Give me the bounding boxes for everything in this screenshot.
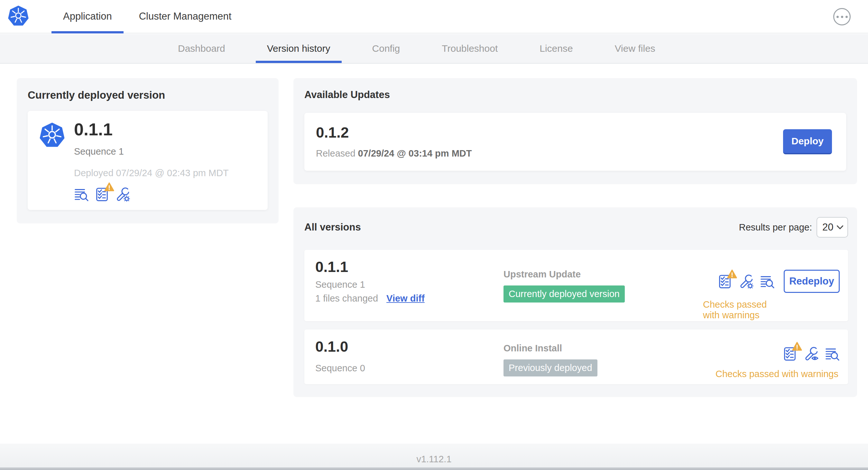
- all-versions-title: All versions: [304, 222, 361, 233]
- update-released-line: Released 07/29/24 @ 03:14 pm MDT: [316, 148, 472, 159]
- tab-license-label: License: [539, 43, 573, 54]
- kubernetes-logo-icon: [39, 123, 65, 148]
- warning-triangle-icon: [792, 342, 802, 351]
- ellipsis-icon: [845, 16, 848, 18]
- deployed-timestamp: Deployed 07/29/24 @ 02:43 pm MDT: [74, 168, 229, 178]
- tab-dashboard[interactable]: Dashboard: [167, 34, 237, 63]
- available-updates-title: Available Updates: [304, 89, 846, 101]
- wrench-gear-icon[interactable]: [115, 187, 130, 202]
- currently-deployed-title: Currently deployed version: [28, 89, 268, 101]
- currently-deployed-badge: Currently deployed version: [503, 286, 625, 303]
- diff-search-icon[interactable]: [825, 346, 840, 361]
- warning-triangle-icon: [104, 182, 114, 192]
- warning-triangle-icon: [104, 182, 114, 192]
- previously-deployed-badge: Previously deployed: [503, 360, 597, 376]
- results-per-page-label: Results per page:: [739, 222, 812, 233]
- row-sequence: Sequence 0: [315, 363, 503, 374]
- tab-version-history[interactable]: Version history: [256, 34, 342, 63]
- currently-deployed-panel: Currently deployed version 0.1.1 Sequenc…: [17, 78, 279, 224]
- window-bottom-edge: [0, 467, 868, 470]
- preflight-status-text[interactable]: Checks passed with warnings: [703, 299, 772, 321]
- preflight-status-text[interactable]: Checks passed with warnings: [715, 369, 838, 379]
- tab-troubleshoot-label: Troubleshoot: [442, 43, 498, 54]
- tab-dashboard-label: Dashboard: [178, 43, 225, 54]
- deployed-version-number: 0.1.1: [74, 121, 229, 138]
- kubernetes-logo: [8, 5, 29, 27]
- results-per-page-value: 20: [822, 222, 833, 233]
- footer: v1.112.1: [0, 444, 868, 470]
- released-label: Released: [316, 148, 355, 159]
- available-update-card: 0.1.2 Released 07/29/24 @ 03:14 pm MDT D…: [304, 113, 846, 171]
- tab-config[interactable]: Config: [361, 34, 411, 63]
- tab-troubleshoot[interactable]: Troubleshoot: [430, 34, 509, 63]
- diff-search-icon[interactable]: [74, 187, 89, 202]
- all-versions-panel: All versions Results per page: 20 0.1.1 …: [293, 207, 857, 397]
- wrench-gear-icon[interactable]: [739, 274, 753, 289]
- tab-version-history-label: Version history: [267, 43, 331, 54]
- version-row-0-1-0: 0.1.0 Sequence 0 Online Install Previous…: [304, 330, 848, 384]
- tab-config-label: Config: [372, 43, 400, 54]
- chevron-down-icon: [836, 225, 843, 230]
- version-row-0-1-1: 0.1.1 Sequence 1 1 files changed View di…: [304, 250, 848, 321]
- released-date: 07/29/24 @ 03:14 pm MDT: [358, 148, 472, 159]
- wrench-eye-icon[interactable]: [804, 346, 818, 361]
- app-subnav: Dashboard Version history Config Trouble…: [0, 34, 868, 64]
- tab-application-label: Application: [63, 11, 112, 22]
- preflight-checklist-icon[interactable]: [95, 187, 110, 202]
- ellipsis-icon: [841, 16, 843, 18]
- preflight-checklist-icon[interactable]: [717, 274, 732, 289]
- warning-triangle-icon: [727, 269, 737, 279]
- row-version-number: 0.1.1: [315, 260, 503, 274]
- kubernetes-app-icon: [39, 123, 65, 149]
- app-level-tabs: Application Cluster Management: [52, 0, 243, 33]
- tab-view-files-label: View files: [615, 43, 655, 54]
- deployed-sequence: Sequence 1: [74, 146, 229, 157]
- top-navbar: Application Cluster Management: [0, 0, 868, 33]
- tab-application[interactable]: Application: [52, 0, 124, 33]
- row-source-label: Upstream Update: [503, 269, 703, 280]
- deploy-button[interactable]: Deploy: [783, 129, 832, 154]
- tab-license[interactable]: License: [528, 34, 584, 63]
- redeploy-button[interactable]: Redeploy: [784, 270, 840, 293]
- tab-cluster-management-label: Cluster Management: [139, 11, 231, 22]
- console-version-label: v1.112.1: [416, 454, 452, 465]
- files-changed-label: 1 files changed: [315, 293, 378, 304]
- warning-triangle-icon: [727, 269, 737, 279]
- more-menu-button[interactable]: [833, 8, 850, 25]
- tab-cluster-management[interactable]: Cluster Management: [127, 0, 243, 33]
- diff-search-icon[interactable]: [760, 274, 775, 289]
- results-per-page-select[interactable]: 20: [816, 217, 848, 238]
- tab-view-files[interactable]: View files: [603, 34, 666, 63]
- view-diff-link[interactable]: View diff: [386, 293, 425, 304]
- kubernetes-logo-icon: [8, 5, 29, 27]
- preflight-checklist-icon[interactable]: [782, 346, 797, 361]
- currently-deployed-card: 0.1.1 Sequence 1 Deployed 07/29/24 @ 02:…: [28, 111, 268, 210]
- row-sequence: Sequence 1: [315, 279, 503, 290]
- ellipsis-icon: [836, 16, 839, 18]
- warning-triangle-icon: [792, 342, 802, 351]
- update-version-number: 0.1.2: [316, 125, 472, 140]
- row-version-number: 0.1.0: [315, 339, 503, 354]
- available-updates-panel: Available Updates 0.1.2 Released 07/29/2…: [293, 78, 857, 184]
- row-source-label: Online Install: [503, 343, 703, 354]
